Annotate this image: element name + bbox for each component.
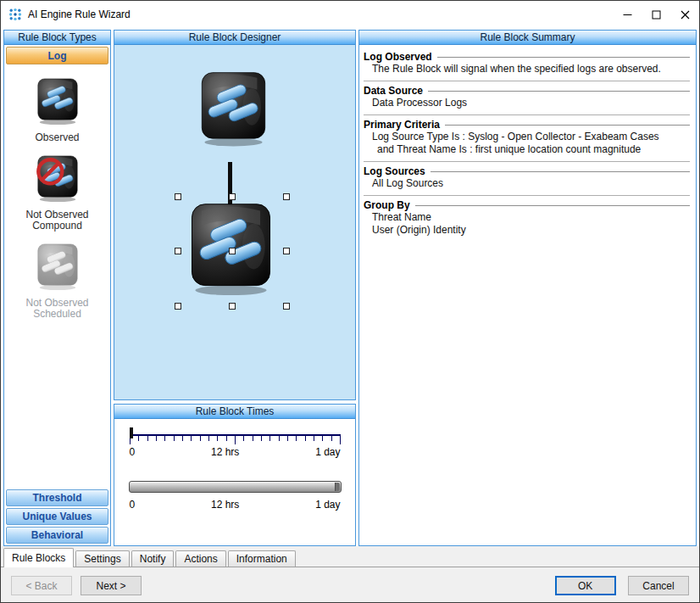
tab-information[interactable]: Information (228, 550, 296, 567)
not-observed-compound-icon (33, 154, 82, 203)
not-observed-scheduled-icon (33, 242, 82, 291)
footer-right-buttons: OK Cancel (555, 576, 689, 595)
slider-range-bar[interactable] (129, 481, 342, 493)
time-ruler[interactable] (130, 434, 341, 436)
slider-scale-labels: 0 12 hrs 1 day (130, 499, 341, 511)
ai-engine-rule-wizard-window: AI Engine Rule Wizard Rule Block Types L… (0, 0, 700, 603)
tab-notify[interactable]: Notify (131, 550, 175, 567)
tab-unique-values[interactable]: Unique Values (6, 508, 108, 525)
titlebar: AI Engine Rule Wizard (1, 1, 699, 28)
selection-handle[interactable] (283, 248, 290, 254)
summary-section-title: Group By (364, 199, 690, 211)
minimize-icon (623, 10, 632, 20)
ruler-label-1day: 1 day (315, 446, 340, 458)
summary-line: Threat Name (364, 211, 690, 224)
summary-line: and Threat Name Is : first unique locati… (364, 143, 690, 156)
minimize-button[interactable] (613, 2, 642, 28)
main-area: Rule Block Types Log Observed Not Observ… (1, 28, 699, 546)
selection-handle[interactable] (175, 248, 181, 254)
ruler-thumb[interactable] (130, 427, 133, 438)
observed-cube-icon (33, 76, 82, 126)
app-icon (8, 8, 22, 21)
summary-section-title: Log Observed (364, 51, 690, 63)
tab-threshold[interactable]: Threshold (6, 489, 108, 506)
selection-handle[interactable] (175, 193, 181, 200)
selection-handle[interactable] (175, 303, 181, 310)
block-type-not-observed-scheduled: Not Observed Scheduled (4, 242, 110, 320)
section-separator (364, 195, 690, 196)
rule-block-times-header: Rule Block Times (114, 405, 355, 419)
time-range-slider[interactable] (130, 487, 341, 489)
selection-handle[interactable] (283, 193, 290, 200)
cancel-button[interactable]: Cancel (628, 576, 689, 595)
next-button[interactable]: Next > (81, 576, 142, 595)
section-separator (364, 114, 690, 115)
summary-section-title: Log Sources (364, 165, 690, 177)
rule-block-designer-header: Rule Block Designer (114, 31, 355, 45)
ruler-label-12hrs: 12 hrs (211, 446, 239, 458)
summary-section-title: Data Source (364, 85, 690, 97)
footer: < Back Next > OK Cancel (1, 567, 699, 603)
tab-actions[interactable]: Actions (175, 550, 225, 567)
window-title: AI Engine Rule Wizard (28, 8, 613, 20)
rule-block-types-panel: Rule Block Types Log Observed Not Observ… (3, 30, 111, 546)
block-type-label: Observed (4, 132, 110, 143)
selection-handle[interactable] (229, 248, 236, 254)
section-separator (364, 161, 690, 162)
tab-behavioral[interactable]: Behavioral (6, 527, 108, 544)
close-icon (681, 10, 690, 20)
section-separator (364, 81, 690, 81)
ok-button[interactable]: OK (555, 576, 616, 595)
maximize-icon (652, 10, 661, 20)
selection-handle[interactable] (283, 303, 290, 310)
summary-body: Log Observed The Rule Block will signal … (359, 45, 696, 545)
designer-canvas[interactable] (114, 45, 355, 399)
ruler-ticks-major (130, 436, 341, 444)
ruler-label-0: 0 (130, 446, 136, 458)
summary-line: Log Source Type Is : Syslog - Open Colle… (364, 131, 690, 143)
slider-label-0: 0 (130, 499, 136, 511)
rule-block-types-header: Rule Block Types (4, 31, 110, 45)
center-column: Rule Block Designer (114, 30, 356, 546)
summary-line: The Rule Block will signal when the spec… (364, 63, 690, 75)
summary-line: Data Processor Logs (364, 97, 690, 109)
rule-block-summary-header: Rule Block Summary (359, 31, 696, 45)
wizard-tabstrip: Rule Blocks Settings Notify Actions Info… (1, 546, 699, 567)
log-type-tab[interactable]: Log (6, 47, 108, 64)
left-panel-spacer (4, 320, 110, 489)
close-button[interactable] (670, 2, 699, 28)
block-type-not-observed-compound[interactable]: Not Observed Compound (4, 154, 110, 232)
summary-line: All Log Sources (364, 177, 690, 190)
ruler-scale-labels: 0 12 hrs 1 day (130, 446, 341, 458)
selection-handle[interactable] (229, 303, 236, 310)
block-type-observed[interactable]: Observed (4, 76, 110, 143)
summary-line: User (Origin) Identity (364, 224, 690, 237)
summary-section-title: Primary Criteria (364, 119, 690, 131)
block-type-label: Not Observed Scheduled (4, 298, 110, 320)
tab-rule-blocks[interactable]: Rule Blocks (3, 548, 74, 567)
back-button[interactable]: < Back (11, 576, 72, 595)
rule-block-cube-top[interactable] (194, 69, 273, 148)
maximize-button[interactable] (642, 2, 670, 28)
rule-block-times-panel: Rule Block Times 0 12 hrs 1 day (114, 404, 356, 546)
slider-label-12hrs: 12 hrs (211, 499, 239, 511)
rule-block-designer-panel: Rule Block Designer (114, 30, 356, 400)
rule-block-summary-panel: Rule Block Summary Log Observed The Rule… (358, 30, 697, 546)
slider-label-1day: 1 day (315, 499, 340, 511)
selection-handle[interactable] (229, 193, 236, 200)
tab-settings[interactable]: Settings (75, 550, 129, 567)
block-type-label: Not Observed Compound (4, 209, 110, 232)
rule-block-times-body: 0 12 hrs 1 day 0 12 hrs 1 day (114, 419, 355, 545)
